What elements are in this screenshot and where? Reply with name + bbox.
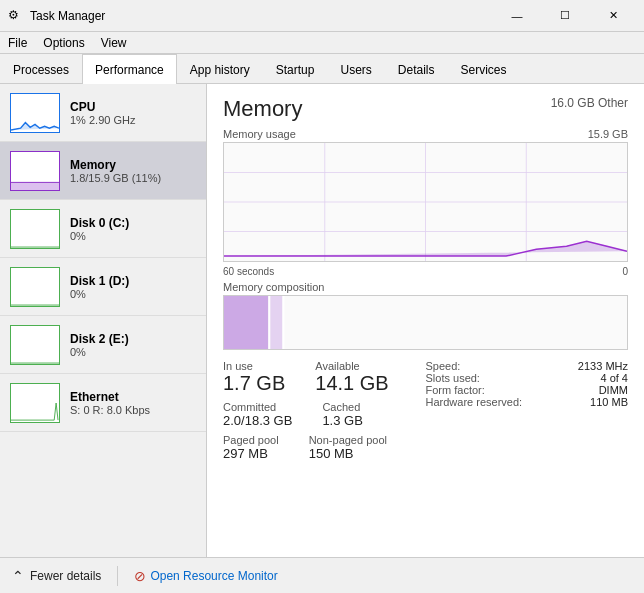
menu-bar: File Options View	[0, 32, 644, 54]
stat-committed-value: 2.0/18.3 GB	[223, 413, 292, 428]
bottom-divider	[117, 566, 118, 586]
svg-rect-11	[224, 296, 268, 349]
sidebar-item-disk0[interactable]: Disk 0 (C:) 0%	[0, 200, 206, 258]
disk2-detail: 0%	[70, 346, 196, 358]
stat-slots-row: Slots used: 4 of 4	[426, 372, 629, 384]
content-area: Memory 16.0 GB Other Memory usage 15.9 G…	[207, 84, 644, 557]
stat-cached: Cached 1.3 GB	[322, 401, 362, 428]
sidebar-item-disk1[interactable]: Disk 1 (D:) 0%	[0, 258, 206, 316]
content-header: Memory 16.0 GB Other	[223, 96, 628, 122]
stat-slots-label: Slots used:	[426, 372, 559, 384]
stat-available-label: Available	[315, 360, 388, 372]
stat-paged-label: Paged pool	[223, 434, 279, 446]
svg-rect-0	[11, 182, 59, 190]
svg-rect-13	[270, 296, 282, 349]
stat-nonpaged-value: 150 MB	[309, 446, 387, 461]
resource-monitor-icon: ⊘	[134, 568, 146, 584]
sidebar-item-cpu[interactable]: CPU 1% 2.90 GHz	[0, 84, 206, 142]
stat-speed-label: Speed:	[426, 360, 559, 372]
svg-rect-12	[268, 296, 270, 349]
memory-comp-graph	[223, 295, 628, 350]
stat-committed: Committed 2.0/18.3 GB	[223, 401, 292, 428]
time-labels: 60 seconds 0	[223, 266, 628, 277]
title-bar: ⚙ Task Manager — ☐ ✕	[0, 0, 644, 32]
close-button[interactable]: ✕	[590, 0, 636, 32]
memory-comp-label: Memory composition	[223, 281, 324, 293]
time-right: 0	[622, 266, 628, 277]
content-title: Memory	[223, 96, 302, 122]
main-content: CPU 1% 2.90 GHz Memory 1.8/15.9 GB (11%)	[0, 84, 644, 557]
tab-processes[interactable]: Processes	[0, 54, 82, 84]
disk2-thumbnail	[10, 325, 60, 365]
stat-speed-row: Speed: 2133 MHz	[426, 360, 629, 372]
sidebar-item-disk2[interactable]: Disk 2 (E:) 0%	[0, 316, 206, 374]
stat-cached-value: 1.3 GB	[322, 413, 362, 428]
svg-rect-14	[282, 296, 284, 349]
stat-form-row: Form factor: DIMM	[426, 384, 629, 396]
stats-section: In use 1.7 GB Available 14.1 GB Committe…	[223, 360, 628, 461]
memory-info: Memory 1.8/15.9 GB (11%)	[70, 158, 196, 184]
disk0-thumbnail	[10, 209, 60, 249]
left-stats: In use 1.7 GB Available 14.1 GB Committe…	[223, 360, 426, 461]
menu-file[interactable]: File	[0, 32, 35, 53]
stat-committed-label: Committed	[223, 401, 292, 413]
memory-label: Memory	[70, 158, 196, 172]
cpu-label: CPU	[70, 100, 196, 114]
disk1-detail: 0%	[70, 288, 196, 300]
disk2-info: Disk 2 (E:) 0%	[70, 332, 196, 358]
stat-cached-label: Cached	[322, 401, 362, 413]
open-resource-label: Open Resource Monitor	[150, 569, 277, 583]
stat-speed-value: 2133 MHz	[559, 360, 628, 372]
ethernet-thumbnail	[10, 383, 60, 423]
right-stats: Speed: 2133 MHz Slots used: 4 of 4 Form …	[426, 360, 629, 461]
memory-usage-graph	[223, 142, 628, 262]
menu-options[interactable]: Options	[35, 32, 92, 53]
stat-paged-value: 297 MB	[223, 446, 279, 461]
stat-in-use-value: 1.7 GB	[223, 372, 285, 395]
stat-form-label: Form factor:	[426, 384, 559, 396]
memory-comp-section: Memory composition	[223, 281, 628, 293]
bottom-bar: ⌃ Fewer details ⊘ Open Resource Monitor	[0, 557, 644, 593]
stat-in-use-label: In use	[223, 360, 285, 372]
stat-nonpaged-label: Non-paged pool	[309, 434, 387, 446]
disk1-label: Disk 1 (D:)	[70, 274, 196, 288]
stat-form-value: DIMM	[559, 384, 628, 396]
disk1-info: Disk 1 (D:) 0%	[70, 274, 196, 300]
window-title: Task Manager	[30, 9, 494, 23]
memory-usage-right: 15.9 GB	[588, 128, 628, 140]
tab-services[interactable]: Services	[448, 54, 520, 84]
sidebar: CPU 1% 2.90 GHz Memory 1.8/15.9 GB (11%)	[0, 84, 207, 557]
tab-startup[interactable]: Startup	[263, 54, 328, 84]
menu-view[interactable]: View	[93, 32, 135, 53]
stat-available-value: 14.1 GB	[315, 372, 388, 395]
stat-hw-value: 110 MB	[559, 396, 628, 408]
cpu-thumbnail	[10, 93, 60, 133]
open-resource-monitor-button[interactable]: ⊘ Open Resource Monitor	[134, 568, 277, 584]
stat-slots-value: 4 of 4	[559, 372, 628, 384]
cpu-info: CPU 1% 2.90 GHz	[70, 100, 196, 126]
sidebar-item-ethernet[interactable]: Ethernet S: 0 R: 8.0 Kbps	[0, 374, 206, 432]
memory-detail: 1.8/15.9 GB (11%)	[70, 172, 196, 184]
stat-hw-row: Hardware reserved: 110 MB	[426, 396, 629, 408]
ethernet-detail: S: 0 R: 8.0 Kbps	[70, 404, 196, 416]
cpu-detail: 1% 2.90 GHz	[70, 114, 196, 126]
sidebar-item-memory[interactable]: Memory 1.8/15.9 GB (11%)	[0, 142, 206, 200]
stat-nonpaged: Non-paged pool 150 MB	[309, 434, 387, 461]
memory-usage-svg	[224, 143, 627, 261]
tab-performance[interactable]: Performance	[82, 54, 177, 84]
maximize-button[interactable]: ☐	[542, 0, 588, 32]
disk0-label: Disk 0 (C:)	[70, 216, 196, 230]
ethernet-label: Ethernet	[70, 390, 196, 404]
tab-bar: Processes Performance App history Startu…	[0, 54, 644, 84]
chevron-up-icon: ⌃	[12, 568, 24, 584]
memory-comp-svg	[224, 296, 627, 349]
ethernet-info: Ethernet S: 0 R: 8.0 Kbps	[70, 390, 196, 416]
tab-details[interactable]: Details	[385, 54, 448, 84]
disk0-info: Disk 0 (C:) 0%	[70, 216, 196, 242]
fewer-details-button[interactable]: ⌃ Fewer details	[12, 568, 101, 584]
minimize-button[interactable]: —	[494, 0, 540, 32]
tab-users[interactable]: Users	[327, 54, 384, 84]
fewer-details-label: Fewer details	[30, 569, 101, 583]
tab-app-history[interactable]: App history	[177, 54, 263, 84]
app-icon: ⚙	[8, 8, 24, 24]
